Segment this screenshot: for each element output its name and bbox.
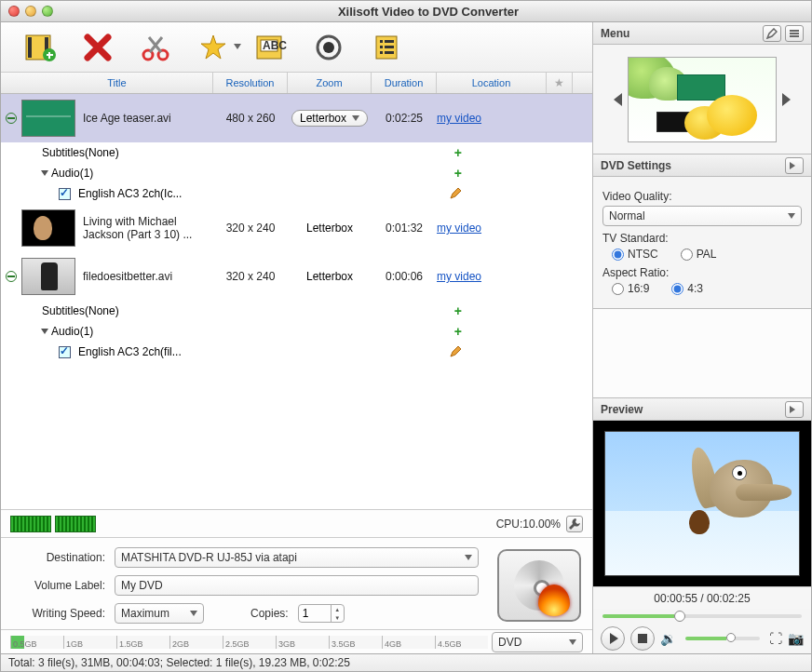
menu-template-thumbnail[interactable] bbox=[628, 57, 777, 142]
header-location[interactable]: Location bbox=[437, 73, 547, 93]
list-menu-button[interactable] bbox=[785, 25, 804, 42]
close-window-button[interactable] bbox=[8, 6, 20, 17]
subtitle-button[interactable]: ABC bbox=[254, 31, 288, 64]
svg-rect-20 bbox=[790, 30, 799, 32]
audio-track-row[interactable]: English AC3 2ch(Ic... bbox=[1, 183, 592, 204]
edit-icon[interactable] bbox=[449, 345, 462, 358]
chevron-right-icon bbox=[790, 162, 795, 169]
svg-rect-1 bbox=[28, 37, 32, 58]
effects-button[interactable] bbox=[196, 31, 230, 64]
cut-button[interactable] bbox=[139, 31, 172, 64]
disclosure-triangle-icon[interactable] bbox=[41, 329, 48, 334]
destination-label: Destination: bbox=[12, 551, 105, 564]
expand-preview-button[interactable] bbox=[785, 401, 804, 418]
header-favorite[interactable]: ★ bbox=[547, 73, 573, 93]
remove-icon[interactable] bbox=[6, 113, 17, 124]
edit-menu-button[interactable] bbox=[763, 25, 781, 42]
chevron-down-icon bbox=[569, 639, 576, 645]
location-link[interactable]: my video bbox=[437, 270, 481, 283]
add-icon[interactable]: + bbox=[454, 145, 462, 160]
volume-slider[interactable] bbox=[685, 637, 760, 640]
cpu-graph bbox=[10, 516, 51, 532]
header-duration[interactable]: Duration bbox=[372, 73, 437, 93]
destination-select[interactable]: MATSHITA DVD-R UJ-85J via atapi bbox=[115, 547, 479, 568]
audio-group-row[interactable]: Audio(1)+ bbox=[1, 321, 592, 342]
stop-icon bbox=[638, 634, 647, 643]
menu-panel-header: Menu bbox=[593, 22, 811, 45]
svg-rect-14 bbox=[380, 40, 383, 43]
next-template-button[interactable] bbox=[782, 93, 791, 106]
file-row[interactable]: Ice Age teaser.avi 480 x 260 Letterbox 0… bbox=[1, 94, 592, 142]
chapters-button[interactable] bbox=[370, 31, 403, 64]
header-resolution[interactable]: Resolution bbox=[213, 73, 288, 93]
add-icon[interactable]: + bbox=[454, 166, 462, 181]
preview-header: Preview bbox=[593, 398, 811, 421]
edit-icon[interactable] bbox=[449, 187, 462, 200]
svg-rect-22 bbox=[790, 35, 799, 37]
svg-rect-21 bbox=[790, 33, 799, 34]
expand-settings-button[interactable] bbox=[785, 157, 804, 174]
subtitles-row[interactable]: Subtitles(None)+ bbox=[1, 301, 592, 321]
seek-slider[interactable] bbox=[593, 609, 811, 624]
delete-button[interactable] bbox=[81, 31, 115, 64]
status-bar: Total: 3 file(s), 31MB, 00:04:03; Select… bbox=[1, 653, 811, 672]
size-ruler: 0.5GB 1GB 1.5GB 2GB 2.5GB 3GB 3.5GB 4GB … bbox=[1, 629, 592, 653]
header-zoom[interactable]: Zoom bbox=[288, 73, 372, 93]
volume-icon[interactable]: 🔉 bbox=[660, 631, 676, 646]
chevron-down-icon bbox=[788, 213, 795, 219]
chevron-down-icon bbox=[352, 115, 359, 121]
cpu-bar: CPU:10.00% bbox=[1, 509, 592, 537]
menu-template-browser bbox=[593, 45, 811, 155]
header-title[interactable]: Title bbox=[21, 73, 213, 93]
settings-icon[interactable] bbox=[566, 516, 583, 532]
burn-button[interactable] bbox=[497, 549, 581, 622]
disc-type-select[interactable]: DVD bbox=[492, 632, 583, 652]
preview-controls: 🔉 ⛶ 📷 bbox=[593, 624, 811, 653]
location-link[interactable]: my video bbox=[437, 222, 481, 235]
step-up-icon[interactable]: ▲ bbox=[332, 605, 344, 613]
file-row[interactable]: Living with MichaelJackson (Part 3 10) .… bbox=[1, 204, 592, 252]
file-row[interactable]: filedoesitbetter.avi 320 x 240 Letterbox… bbox=[1, 252, 592, 301]
add-icon[interactable]: + bbox=[454, 303, 462, 318]
zoom-window-button[interactable] bbox=[42, 6, 53, 17]
svg-text:ABC: ABC bbox=[263, 39, 287, 52]
step-down-icon[interactable]: ▼ bbox=[332, 613, 344, 622]
checkbox-checked[interactable] bbox=[59, 346, 71, 358]
snapshot-icon[interactable]: 📷 bbox=[788, 631, 804, 646]
ar-169-radio[interactable]: 16:9 bbox=[612, 282, 649, 295]
disclosure-triangle-icon[interactable] bbox=[41, 170, 48, 176]
location-link[interactable]: my video bbox=[437, 112, 481, 125]
record-button[interactable] bbox=[312, 31, 345, 64]
tv-standard-label: TV Standard: bbox=[602, 232, 802, 245]
video-thumbnail bbox=[21, 100, 75, 137]
writing-speed-label: Writing Speed: bbox=[12, 607, 105, 620]
cpu-graph bbox=[55, 516, 96, 532]
fullscreen-icon[interactable]: ⛶ bbox=[769, 631, 782, 646]
remove-icon[interactable] bbox=[6, 271, 17, 282]
writing-speed-select[interactable]: Maximum bbox=[115, 603, 204, 624]
prev-template-button[interactable] bbox=[614, 93, 622, 106]
add-icon[interactable]: + bbox=[454, 324, 462, 339]
subtitles-row[interactable]: Subtitles(None)+ bbox=[1, 142, 592, 163]
minimize-window-button[interactable] bbox=[25, 6, 36, 17]
file-zoom: Letterbox bbox=[288, 222, 372, 235]
chevron-right-icon bbox=[790, 406, 795, 413]
video-quality-select[interactable]: Normal bbox=[602, 206, 802, 226]
play-button[interactable] bbox=[601, 626, 625, 651]
add-file-button[interactable] bbox=[23, 31, 57, 64]
ntsc-radio[interactable]: NTSC bbox=[612, 248, 658, 261]
preview-video bbox=[593, 421, 811, 586]
checkbox-checked[interactable] bbox=[59, 188, 71, 200]
copies-label: Copies: bbox=[250, 607, 289, 620]
file-duration: 0:00:06 bbox=[372, 270, 437, 283]
audio-track-row[interactable]: English AC3 2ch(fil... bbox=[1, 342, 592, 362]
svg-rect-19 bbox=[385, 51, 394, 54]
play-icon bbox=[610, 633, 618, 644]
ar-43-radio[interactable]: 4:3 bbox=[671, 282, 703, 295]
volume-label-input[interactable]: My DVD bbox=[115, 575, 479, 596]
pal-radio[interactable]: PAL bbox=[681, 248, 717, 261]
zoom-dropdown[interactable]: Letterbox bbox=[291, 110, 368, 127]
copies-stepper[interactable]: ▲▼ bbox=[298, 604, 345, 623]
stop-button[interactable] bbox=[630, 626, 655, 651]
audio-group-row[interactable]: Audio(1)+ bbox=[1, 163, 592, 183]
